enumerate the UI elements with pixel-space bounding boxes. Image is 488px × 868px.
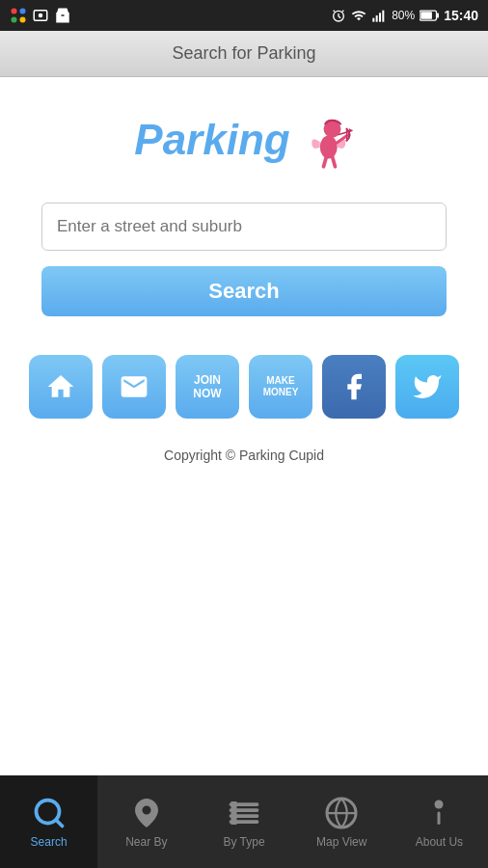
nav-label-bytype: By Type <box>223 835 264 849</box>
signal-icon <box>371 8 387 23</box>
nav-label-aboutus: About Us <box>416 835 463 849</box>
nav-label-search: Search <box>31 835 68 849</box>
svg-rect-34 <box>438 811 441 825</box>
join-now-label: JOINNOW <box>193 373 221 401</box>
title-bar-text: Search for Parking <box>172 43 315 64</box>
status-icons-left <box>10 7 71 24</box>
svg-rect-28 <box>231 801 237 807</box>
svg-point-33 <box>435 800 444 808</box>
facebook-icon <box>339 371 369 402</box>
make-money-button[interactable]: MAKEMONEY <box>249 355 312 419</box>
nav-item-mapview[interactable]: Map View <box>293 775 391 868</box>
nav-item-bytype[interactable]: By Type <box>195 775 292 868</box>
aboutus-nav-icon <box>421 796 456 830</box>
cupid-icon <box>296 106 354 174</box>
wifi-icon <box>351 8 366 23</box>
mail-icon <box>119 371 149 402</box>
nav-item-nearby[interactable]: Near By <box>97 775 195 868</box>
home-button[interactable] <box>29 355 93 419</box>
status-bar: 80% 15:40 <box>0 0 488 31</box>
copyright-text: Copyright © Parking Cupid <box>164 448 324 463</box>
svg-rect-9 <box>379 13 381 21</box>
logo-text: Parking <box>134 116 289 164</box>
time-display: 15:40 <box>444 8 478 23</box>
twitter-icon <box>412 371 443 402</box>
title-bar: Search for Parking <box>0 31 488 77</box>
svg-point-2 <box>12 17 17 23</box>
icon-buttons-row: JOINNOW MAKEMONEY <box>29 355 459 419</box>
nav-item-search[interactable]: Search <box>0 775 97 868</box>
mail-button[interactable] <box>102 355 166 419</box>
svg-line-20 <box>323 156 326 167</box>
bag-icon <box>54 7 71 24</box>
status-icons-right: 80% 15:40 <box>331 8 478 23</box>
twitter-button[interactable] <box>395 355 459 419</box>
svg-rect-29 <box>231 807 237 813</box>
svg-point-5 <box>39 14 43 18</box>
search-button[interactable]: Search <box>41 266 447 316</box>
battery-text: 80% <box>392 9 415 22</box>
search-nav-icon <box>32 796 67 830</box>
battery-icon <box>420 10 439 21</box>
svg-rect-8 <box>376 15 378 22</box>
svg-rect-13 <box>437 14 439 18</box>
nearby-nav-icon <box>129 796 164 830</box>
home-icon <box>45 371 76 402</box>
svg-rect-12 <box>420 12 432 19</box>
svg-rect-7 <box>372 18 374 22</box>
bottom-navigation: Search Near By By Type Map View <box>0 775 488 868</box>
google-play-icon <box>10 7 27 24</box>
svg-rect-31 <box>231 819 237 825</box>
svg-point-14 <box>319 136 337 159</box>
svg-point-1 <box>20 9 26 14</box>
svg-rect-30 <box>231 813 237 819</box>
svg-point-0 <box>12 9 17 14</box>
svg-point-3 <box>20 17 26 23</box>
search-input[interactable] <box>41 203 447 251</box>
nav-item-aboutus[interactable]: About Us <box>391 775 488 868</box>
facebook-button[interactable] <box>322 355 386 419</box>
svg-line-23 <box>56 819 63 826</box>
nav-label-nearby: Near By <box>125 835 167 849</box>
screenshot-icon <box>32 7 49 24</box>
make-money-label: MAKEMONEY <box>263 375 299 398</box>
svg-line-21 <box>332 156 335 167</box>
logo-container: Parking <box>134 106 353 174</box>
alarm-icon <box>331 8 346 23</box>
bytype-nav-icon <box>227 796 261 830</box>
main-content: Parking Search <box>0 77 488 482</box>
nav-label-mapview: Map View <box>316 835 366 849</box>
mapview-nav-icon <box>324 796 359 830</box>
join-now-button[interactable]: JOINNOW <box>176 355 239 419</box>
svg-rect-10 <box>382 11 384 22</box>
